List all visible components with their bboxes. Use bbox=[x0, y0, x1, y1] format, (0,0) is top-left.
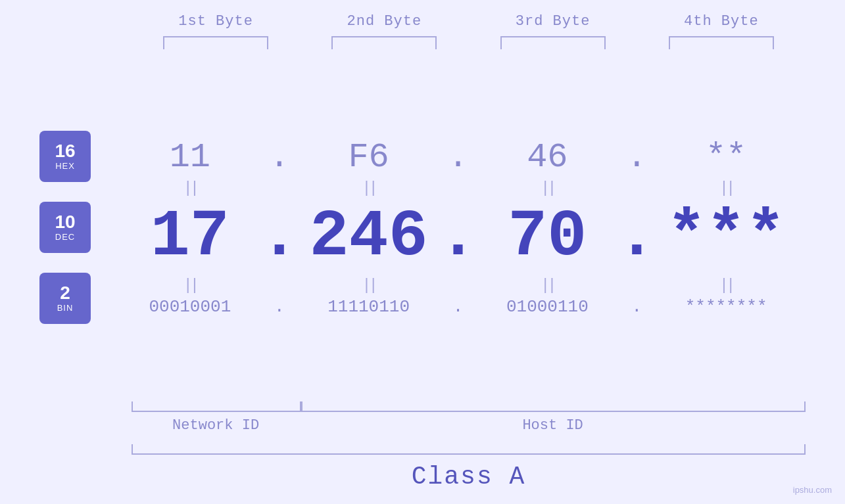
bin-b2-cell: 11110110 bbox=[289, 297, 448, 317]
hex-b2: F6 bbox=[348, 138, 389, 177]
bin-b1-cell: 00010001 bbox=[110, 297, 270, 317]
dec-b3: 70 bbox=[508, 200, 587, 274]
host-id-label: Host ID bbox=[300, 417, 806, 434]
byte-col-1: 1st Byte bbox=[132, 13, 300, 49]
hex-dot-2: . bbox=[448, 138, 468, 177]
eq2-b1: || bbox=[110, 277, 270, 294]
eq1-b1: || bbox=[110, 179, 270, 197]
bin-b4: ******** bbox=[685, 297, 767, 317]
equals-row-1: || || || || bbox=[110, 179, 806, 197]
main-area: 16 HEX 10 DEC 2 BIN 11 . bbox=[39, 56, 806, 398]
bin-b3: 01000110 bbox=[506, 297, 589, 317]
bin-row: 00010001 . 11110110 . 01000110 . bbox=[110, 297, 806, 317]
values-area: 11 . F6 . 46 . ** bbox=[110, 138, 806, 317]
hex-badge: 16 HEX bbox=[39, 131, 91, 182]
hex-b4-cell: ** bbox=[646, 138, 806, 177]
hex-dot-3: . bbox=[627, 138, 646, 177]
bracket-top-3 bbox=[500, 36, 606, 49]
byte-col-4: 4th Byte bbox=[637, 13, 806, 49]
badges-column: 16 HEX 10 DEC 2 BIN bbox=[39, 131, 91, 324]
hex-b2-cell: F6 bbox=[289, 138, 448, 177]
bin-b2: 11110110 bbox=[327, 297, 410, 317]
bracket-top-1 bbox=[163, 36, 268, 49]
dec-b4-cell: *** bbox=[646, 200, 806, 274]
bin-b1: 00010001 bbox=[149, 297, 231, 317]
dec-dot-2: . bbox=[448, 200, 468, 274]
byte-4-label: 4th Byte bbox=[684, 13, 759, 30]
dec-badge-label: DEC bbox=[55, 232, 75, 242]
hex-b3-cell: 46 bbox=[468, 138, 627, 177]
hex-b3: 46 bbox=[527, 138, 567, 177]
hex-dot-1: . bbox=[270, 138, 289, 177]
id-labels-row: Network ID Host ID bbox=[132, 417, 806, 434]
eq2-b3: || bbox=[468, 277, 627, 294]
bin-dot-3: . bbox=[627, 297, 646, 317]
host-bracket bbox=[301, 401, 806, 412]
dec-b2-cell: 246 bbox=[289, 200, 448, 274]
eq1-b3: || bbox=[468, 179, 627, 197]
network-id-label: Network ID bbox=[132, 417, 300, 434]
bin-badge-label: BIN bbox=[57, 303, 74, 313]
big-bracket bbox=[132, 444, 806, 455]
bin-badge-num: 2 bbox=[60, 283, 70, 304]
bin-b3-cell: 01000110 bbox=[468, 297, 627, 317]
bottom-section: Network ID Host ID Class A bbox=[39, 401, 806, 491]
eq1-b2: || bbox=[289, 179, 448, 197]
watermark: ipshu.com bbox=[793, 485, 832, 495]
hex-b1: 11 bbox=[170, 138, 210, 177]
network-bracket bbox=[132, 401, 301, 412]
byte-3-label: 3rd Byte bbox=[516, 13, 591, 30]
eq2-b2: || bbox=[289, 277, 448, 294]
main-container: 1st Byte 2nd Byte 3rd Byte 4th Byte 16 H… bbox=[0, 0, 845, 504]
dec-dot-3: . bbox=[627, 200, 646, 274]
bin-b4-cell: ******** bbox=[646, 297, 806, 317]
hex-b1-cell: 11 bbox=[110, 138, 270, 177]
dec-dot-1: . bbox=[270, 200, 289, 274]
bracket-bottom-row bbox=[132, 401, 806, 412]
eq1-b4: || bbox=[646, 179, 806, 197]
class-label: Class A bbox=[412, 463, 526, 491]
dec-row: 17 . 246 . 70 . *** bbox=[110, 200, 806, 274]
dec-b3-cell: 70 bbox=[468, 200, 627, 274]
dec-b4: *** bbox=[667, 200, 785, 274]
class-row: Class A bbox=[132, 463, 806, 491]
byte-2-label: 2nd Byte bbox=[347, 13, 422, 30]
hex-badge-num: 16 bbox=[55, 141, 75, 162]
dec-b1-cell: 17 bbox=[110, 200, 270, 274]
byte-col-3: 3rd Byte bbox=[469, 13, 637, 49]
bracket-top-2 bbox=[331, 36, 437, 49]
byte-headers: 1st Byte 2nd Byte 3rd Byte 4th Byte bbox=[39, 13, 806, 49]
bracket-top-4 bbox=[669, 36, 774, 49]
bin-badge: 2 BIN bbox=[39, 273, 91, 324]
bin-dot-1: . bbox=[270, 297, 289, 317]
bin-dot-2: . bbox=[448, 297, 468, 317]
hex-b4: ** bbox=[706, 138, 746, 177]
dec-badge: 10 DEC bbox=[39, 202, 91, 253]
dec-b2: 246 bbox=[310, 200, 428, 274]
byte-col-2: 2nd Byte bbox=[300, 13, 468, 49]
dec-b1: 17 bbox=[151, 200, 229, 274]
hex-row: 11 . F6 . 46 . ** bbox=[110, 138, 806, 177]
eq2-b4: || bbox=[646, 277, 806, 294]
byte-1-label: 1st Byte bbox=[178, 13, 253, 30]
dec-badge-num: 10 bbox=[55, 212, 75, 233]
equals-row-2: || || || || bbox=[110, 277, 806, 294]
hex-badge-label: HEX bbox=[55, 161, 75, 171]
